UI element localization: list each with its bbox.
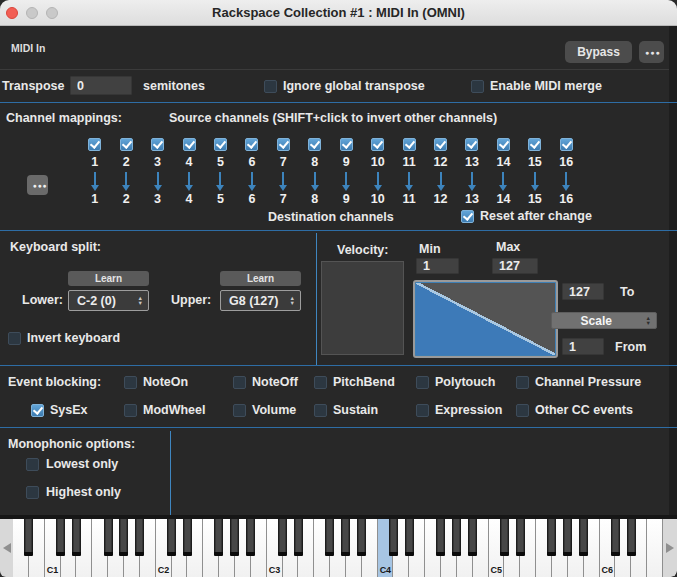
source-channel-checkbox-6[interactable] [245, 138, 258, 151]
piano-key-G#2[interactable] [230, 519, 239, 556]
piano-key-A#1[interactable] [135, 519, 144, 556]
event-option-expression[interactable]: Expression [416, 403, 502, 417]
piano-key-F#2[interactable] [214, 519, 223, 556]
mono-checkbox-lowest-only[interactable] [26, 458, 39, 471]
event-checkbox-noteoff[interactable] [233, 376, 246, 389]
piano-key-A#2[interactable] [246, 519, 255, 556]
upper-note-dropdown[interactable]: G8 (127) ▲▼ [220, 290, 301, 311]
event-checkbox-sysex[interactable] [31, 404, 44, 417]
piano-key-F6[interactable] [647, 519, 663, 577]
reset-after-change-checkbox[interactable] [461, 210, 474, 223]
event-option-sysex[interactable]: SysEx [31, 403, 88, 417]
piano-key-D#6[interactable] [627, 519, 636, 556]
velocity-max-input[interactable] [492, 258, 538, 274]
event-checkbox-noteon[interactable] [124, 376, 137, 389]
minimize-window-icon[interactable] [26, 7, 38, 19]
piano-key-A#4[interactable] [468, 519, 477, 556]
velocity-mode-dropdown[interactable]: Scale ▲▼ [551, 312, 657, 329]
zoom-window-icon[interactable] [46, 7, 58, 19]
piano-key-A#5[interactable] [579, 519, 588, 556]
event-checkbox-sustain[interactable] [314, 404, 327, 417]
keyboard-scroll-right-button[interactable] [663, 519, 677, 577]
event-checkbox-pitchbend[interactable] [314, 376, 327, 389]
event-option-other-cc-events[interactable]: Other CC events [516, 403, 633, 417]
transpose-input[interactable] [70, 76, 132, 95]
piano-key-C#6[interactable] [611, 519, 620, 556]
event-option-noteoff[interactable]: NoteOff [233, 375, 298, 389]
source-channel-checkbox-10[interactable] [371, 138, 384, 151]
velocity-to-input[interactable] [562, 283, 604, 300]
velocity-from-input[interactable] [562, 338, 604, 355]
source-channel-checkbox-12[interactable] [434, 138, 447, 151]
learn-lower-button[interactable]: Learn [68, 271, 149, 286]
event-option-polytouch[interactable]: Polytouch [416, 375, 495, 389]
source-channel-checkbox-3[interactable] [151, 138, 164, 151]
close-window-icon[interactable] [6, 7, 18, 19]
event-option-volume[interactable]: Volume [233, 403, 296, 417]
source-channel-checkbox-2[interactable] [120, 138, 133, 151]
event-checkbox-polytouch[interactable] [416, 376, 429, 389]
event-checkbox-volume[interactable] [233, 404, 246, 417]
lower-note-dropdown[interactable]: C-2 (0) ▲▼ [68, 290, 149, 311]
reset-after-change-option[interactable]: Reset after change [461, 209, 592, 223]
piano-key-D#5[interactable] [516, 519, 525, 556]
piano-key-D#4[interactable] [405, 519, 414, 556]
event-option-modwheel[interactable]: ModWheel [124, 403, 206, 417]
channel-mapping-more-button[interactable]: ●●● [27, 175, 48, 195]
event-option-sustain[interactable]: Sustain [314, 403, 378, 417]
piano-key-A#0[interactable] [24, 519, 33, 556]
piano-key-F#4[interactable] [436, 519, 445, 556]
source-channel-checkbox-16[interactable] [560, 138, 573, 151]
bypass-button[interactable]: Bypass [565, 41, 632, 63]
event-option-noteon[interactable]: NoteOn [124, 375, 188, 389]
event-checkbox-other-cc-events[interactable] [516, 404, 529, 417]
piano-key-G#4[interactable] [452, 519, 461, 556]
window-title: Rackspace Collection #1 : MIDI In (OMNI) [212, 5, 465, 20]
event-checkbox-expression[interactable] [416, 404, 429, 417]
enable-midi-merge-option[interactable]: Enable MIDI merge [471, 79, 602, 93]
keyboard-scroll-left-button[interactable] [0, 519, 13, 577]
event-option-pitchbend[interactable]: PitchBend [314, 375, 395, 389]
piano-key-F#1[interactable] [104, 519, 113, 556]
invert-keyboard-option[interactable]: Invert keyboard [8, 331, 120, 345]
velocity-min-input[interactable] [416, 258, 459, 274]
piano-key-D#3[interactable] [294, 519, 303, 556]
piano-key-A#3[interactable] [357, 519, 366, 556]
velocity-curve-graph[interactable] [413, 280, 558, 358]
event-checkbox-modwheel[interactable] [124, 404, 137, 417]
ignore-global-transpose-checkbox[interactable] [264, 80, 277, 93]
source-channel-checkbox-13[interactable] [465, 138, 478, 151]
source-channel-checkbox-14[interactable] [497, 138, 510, 151]
mono-option-highest-only[interactable]: Highest only [26, 485, 121, 499]
source-channel-checkbox-7[interactable] [277, 138, 290, 151]
source-channel-checkbox-4[interactable] [183, 138, 196, 151]
piano-key-F#5[interactable] [547, 519, 556, 556]
event-checkbox-channel-pressure[interactable] [516, 376, 529, 389]
source-channel-checkbox-5[interactable] [214, 138, 227, 151]
piano-key-C#3[interactable] [278, 519, 287, 556]
mono-option-lowest-only[interactable]: Lowest only [26, 457, 118, 471]
invert-keyboard-checkbox[interactable] [8, 332, 21, 345]
piano-keyboard: C1C2C3C4C5C6 [0, 515, 677, 577]
piano-key-C#1[interactable] [56, 519, 65, 556]
piano-key-F#3[interactable] [325, 519, 334, 556]
piano-key-D#2[interactable] [183, 519, 192, 556]
ignore-global-transpose-option[interactable]: Ignore global transpose [264, 79, 425, 93]
event-option-channel-pressure[interactable]: Channel Pressure [516, 375, 641, 389]
source-channel-checkbox-11[interactable] [403, 138, 416, 151]
piano-key-C#5[interactable] [500, 519, 509, 556]
piano-key-D#1[interactable] [72, 519, 81, 556]
piano-key-G#1[interactable] [119, 519, 128, 556]
enable-midi-merge-checkbox[interactable] [471, 80, 484, 93]
learn-upper-button[interactable]: Learn [220, 271, 301, 286]
piano-key-C#4[interactable] [389, 519, 398, 556]
source-channel-checkbox-9[interactable] [340, 138, 353, 151]
plugin-menu-button[interactable]: ●●● [639, 41, 664, 63]
piano-key-C#2[interactable] [167, 519, 176, 556]
source-channel-checkbox-1[interactable] [88, 138, 101, 151]
mono-checkbox-highest-only[interactable] [26, 486, 39, 499]
piano-key-G#3[interactable] [341, 519, 350, 556]
source-channel-checkbox-8[interactable] [308, 138, 321, 151]
source-channel-checkbox-15[interactable] [528, 138, 541, 151]
piano-key-G#5[interactable] [563, 519, 572, 556]
